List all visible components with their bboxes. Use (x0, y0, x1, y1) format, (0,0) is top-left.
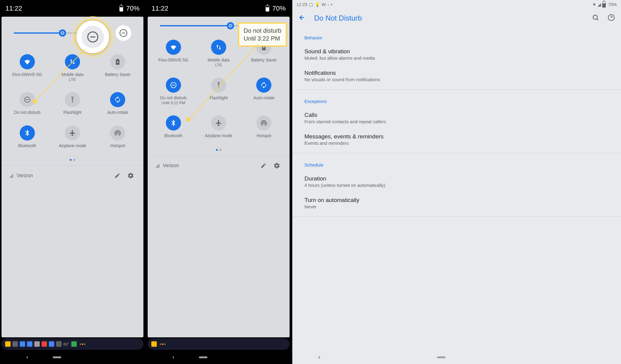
page-title: Do Not Disturb (314, 14, 583, 22)
dnd-icon (20, 92, 35, 107)
home-pill[interactable] (53, 356, 61, 358)
more-dots-icon (160, 343, 166, 345)
tile-bluetooth[interactable]: Bluetooth (151, 111, 196, 144)
photos-icon: ▢ (309, 2, 313, 7)
app-bar: Do Not Disturb (292, 8, 621, 28)
zoom-callout (76, 21, 109, 53)
autorotate-icon (110, 92, 125, 107)
setting-sound-vibration[interactable]: Sound & vibration Muted, but allow alarm… (292, 44, 621, 65)
setting-notifications[interactable]: Notifications No visuals or sound from n… (292, 65, 621, 87)
app-icon-9 (71, 341, 77, 347)
tile-autorotate[interactable]: Auto-rotate (241, 73, 287, 111)
battery-icon (266, 5, 269, 12)
page-indicator (2, 155, 143, 165)
flashlight-icon (65, 92, 80, 107)
back-nav-icon[interactable] (170, 355, 176, 360)
help-icon[interactable] (608, 14, 615, 22)
setting-messages-events[interactable]: Messages, events & reminders Events and … (292, 129, 621, 151)
edit-button[interactable] (258, 160, 269, 171)
status-right: 70% (119, 5, 139, 12)
brightness-thumb-icon[interactable] (59, 29, 66, 37)
wifi-icon (20, 54, 35, 69)
tile-dnd[interactable]: Do not disturb (5, 88, 50, 121)
app-icon-7 (49, 341, 54, 347)
tile-autorotate[interactable]: Auto-rotate (95, 88, 140, 121)
tile-airplane[interactable]: Airplane mode (196, 111, 241, 144)
signal-icon (9, 173, 14, 178)
app-icon: ▫ (327, 2, 329, 7)
battery-percent: 70% (272, 5, 286, 12)
signal-icon: ◢ (598, 2, 601, 7)
screen-1-quicksettings: 11:22 70% Fios-09NVE-5G (0, 0, 145, 364)
tile-battery-saver[interactable]: Battery Saver (95, 50, 140, 88)
clock: 11:23 (297, 2, 307, 7)
autorotate-icon (256, 78, 271, 93)
setting-duration[interactable]: Duration 4 hours (unless turned on autom… (292, 171, 621, 193)
tile-flashlight[interactable]: Flashlight (196, 73, 241, 111)
dnd-shortcut-button[interactable] (116, 25, 131, 41)
clock: 11:22 (152, 5, 168, 12)
more-dots-icon (80, 343, 86, 345)
app-icon-4 (27, 341, 32, 347)
edit-button[interactable] (112, 170, 123, 181)
signal-icon (155, 163, 160, 168)
app-icon-3 (20, 341, 25, 347)
hotspot-icon (256, 115, 271, 131)
brightness-thumb-icon[interactable] (227, 22, 234, 29)
keep-icon: 💡 (315, 2, 320, 7)
notification-icons-row[interactable]: 60° (2, 338, 143, 350)
tile-wifi[interactable]: Fios-09NVE-5G (151, 35, 196, 73)
airplane-icon (65, 125, 80, 141)
app-icon: W (322, 2, 326, 7)
tile-battery-saver[interactable]: Battery Saver (241, 35, 287, 73)
app-icon-1 (5, 341, 11, 347)
tile-bluetooth[interactable]: Bluetooth (5, 121, 50, 154)
section-header-behavior: Behavior (292, 28, 621, 44)
app-icon-6 (42, 341, 47, 347)
weather-temp: 60° (63, 342, 69, 346)
tile-hotspot[interactable]: Hotspot (241, 111, 287, 144)
section-header-schedule: Schedule (292, 156, 621, 171)
more-icon: • (331, 2, 332, 7)
settings-button[interactable] (271, 160, 282, 171)
setting-calls[interactable]: Calls From starred contacts and repeat c… (292, 108, 621, 129)
tile-dnd[interactable]: Do not disturb Until 3:22 PM (151, 73, 196, 111)
tiles-grid: Fios-09NVE-5G Mobile data LTE Battery Sa… (2, 47, 143, 155)
home-pill[interactable] (437, 356, 445, 358)
qs-footer: Verizon (148, 155, 290, 176)
hotspot-icon (110, 125, 125, 141)
status-bar: 11:22 70% (0, 0, 145, 16)
section-header-exceptions: Exceptions (292, 92, 621, 108)
tile-airplane[interactable]: Airplane mode (50, 121, 95, 154)
bluetooth-icon (166, 115, 181, 131)
back-button[interactable] (298, 14, 306, 22)
tile-hotspot[interactable]: Hotspot (95, 121, 140, 154)
wifi-icon: ▼ (592, 2, 596, 7)
battery-icon (119, 5, 123, 12)
notification-icons-row[interactable] (148, 338, 290, 350)
back-nav-icon[interactable] (317, 355, 322, 360)
settings-button[interactable] (125, 170, 136, 181)
settings-list[interactable]: Behavior Sound & vibration Muted, but al… (292, 28, 621, 351)
tile-wifi[interactable]: Fios-09NVE-5G (5, 50, 50, 88)
search-icon[interactable] (592, 14, 599, 22)
battery-saver-icon (110, 54, 125, 69)
tile-flashlight[interactable]: Flashlight (50, 88, 95, 121)
bluetooth-icon (20, 125, 35, 141)
setting-turn-on-automatically[interactable]: Turn on automatically Never (292, 193, 621, 214)
qs-footer: Verizon (2, 165, 143, 186)
tile-mobile-data[interactable]: Mobile data LTE (196, 35, 241, 73)
home-pill[interactable] (199, 356, 207, 358)
brightness-slider[interactable] (160, 25, 277, 26)
dnd-icon (166, 78, 181, 93)
tiles-grid: Fios-09NVE-5G Mobile data LTE Battery Sa… (148, 32, 290, 145)
screen-2-quicksettings-dnd-on: 11:22 70% Fios-09NVE-5G Mobile data LTE (146, 0, 291, 364)
status-bar: 11:22 70% (146, 0, 291, 16)
back-nav-icon[interactable] (24, 355, 30, 360)
mobile-data-icon (211, 40, 226, 55)
carrier-label: Verizon (155, 163, 256, 168)
quick-settings-panel: Fios-09NVE-5G Mobile data LTE Battery Sa… (148, 17, 290, 337)
battery-saver-icon (256, 40, 271, 55)
clock: 11:22 (5, 5, 22, 12)
battery-percent: 70% (126, 5, 139, 12)
